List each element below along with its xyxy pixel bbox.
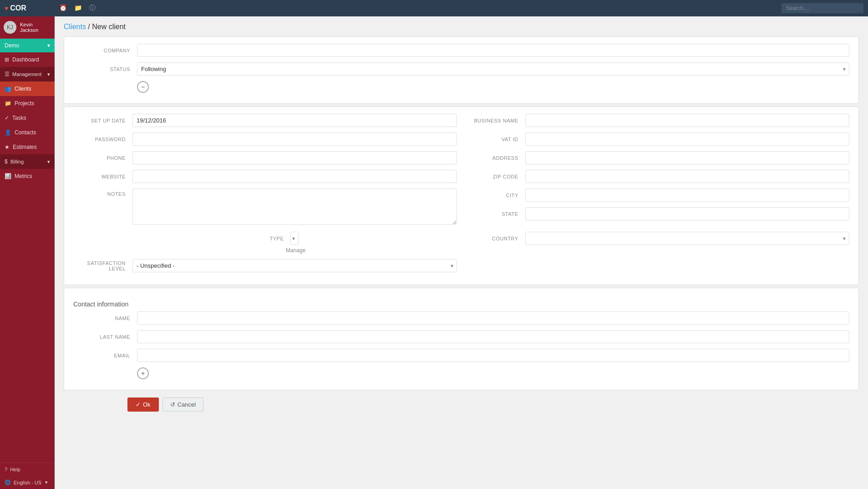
- sidebar-item-management[interactable]: ☰ Management ▾: [0, 67, 55, 82]
- sidebar: KJ Kevin Jackson Demo ▾ ⊞ Dashboard ☰ Ma…: [0, 16, 55, 489]
- name-input[interactable]: [137, 311, 849, 325]
- sidebar-item-projects[interactable]: 📁 Projects: [0, 96, 55, 111]
- state-input[interactable]: [525, 207, 850, 220]
- phone-input[interactable]: [132, 151, 457, 164]
- metrics-icon: 📊: [5, 173, 11, 179]
- sidebar-item-label: Contacts: [15, 129, 36, 136]
- cancel-button[interactable]: ↺ Cancel: [162, 397, 203, 412]
- folder-icon[interactable]: 📁: [74, 4, 82, 12]
- setup-date-label: SET UP DATE: [73, 118, 132, 123]
- help-icon: ?: [5, 467, 7, 472]
- setup-date-input[interactable]: [132, 114, 457, 127]
- sidebar-item-label: Projects: [15, 100, 34, 107]
- breadcrumb-separator: /: [88, 23, 92, 31]
- sidebar-footer-language[interactable]: 🌐 English - US ▾: [0, 476, 55, 489]
- sidebar-footer-help[interactable]: ? Help: [0, 463, 55, 476]
- website-label: WEBSITE: [73, 174, 132, 179]
- status-row: STATUS Following Active Inactive: [73, 62, 849, 76]
- zip-code-input[interactable]: [525, 170, 850, 183]
- search-container: [782, 3, 863, 13]
- clients-icon: 👥: [5, 86, 11, 92]
- vat-id-input[interactable]: [525, 132, 850, 146]
- management-chevron-icon: ▾: [47, 71, 50, 77]
- main-layout: KJ Kevin Jackson Demo ▾ ⊞ Dashboard ☰ Ma…: [0, 16, 868, 489]
- contact-section-title: Contact information: [73, 295, 849, 311]
- business-name-label: BUSINESS NAME: [466, 118, 525, 123]
- status-label: STATUS: [73, 66, 137, 72]
- breadcrumb-current: New client: [92, 23, 126, 31]
- setup-business-row: SET UP DATE BUSINESS NAME: [73, 114, 849, 127]
- sidebar-item-label: Tasks: [12, 115, 26, 121]
- sidebar-item-contacts[interactable]: 👤 Contacts: [0, 125, 55, 140]
- language-chevron-icon: ▾: [45, 479, 48, 485]
- sidebar-item-metrics[interactable]: 📊 Metrics: [0, 169, 55, 183]
- breadcrumb-parent[interactable]: Clients: [64, 23, 86, 31]
- name-label: NAME: [73, 316, 137, 321]
- country-select[interactable]: [525, 232, 850, 245]
- top-nav: ♥ COR ⏰ 📁 ⓘ: [0, 0, 868, 16]
- notes-label: NOTES: [73, 188, 132, 197]
- form-container: COMPANY STATUS Following Active Inactive: [55, 36, 868, 430]
- email-input[interactable]: [137, 349, 849, 362]
- satisfaction-select[interactable]: - Unspecified - Very satisfied Satisfied…: [132, 259, 457, 272]
- logo-text: COR: [10, 4, 26, 12]
- sidebar-item-label: Estimates: [13, 144, 37, 150]
- demo-label: Demo: [5, 42, 19, 49]
- company-input[interactable]: [137, 44, 849, 57]
- password-input[interactable]: [132, 132, 457, 146]
- help-circle-icon[interactable]: ⓘ: [89, 4, 96, 12]
- notes-city-row: NOTES CITY STATE: [73, 188, 849, 226]
- password-vat-row: PASSWORD VAT ID: [73, 132, 849, 146]
- sidebar-footer: ? Help 🌐 English - US ▾: [0, 463, 55, 489]
- sidebar-item-label: Management: [12, 71, 41, 77]
- status-select[interactable]: Following Active Inactive: [137, 62, 849, 76]
- sidebar-item-billing[interactable]: $ Billing ▾: [0, 154, 55, 169]
- sidebar-item-label: Clients: [15, 86, 31, 92]
- last-name-input[interactable]: [137, 330, 849, 343]
- estimates-icon: ★: [5, 144, 10, 150]
- help-label: Help: [10, 467, 20, 472]
- remove-contact-btn[interactable]: −: [137, 81, 149, 93]
- clock-icon[interactable]: ⏰: [59, 4, 67, 12]
- last-name-row: LAST NAME: [73, 330, 849, 343]
- last-name-label: LAST NAME: [73, 334, 137, 340]
- company-label: COMPANY: [73, 48, 137, 53]
- ok-button[interactable]: ✓ Ok: [127, 397, 159, 412]
- address-input[interactable]: [525, 151, 850, 164]
- website-zip-row: WEBSITE ZIP CODE: [73, 170, 849, 183]
- type-select[interactable]: [290, 232, 299, 245]
- add-contact-btn[interactable]: +: [137, 367, 149, 379]
- website-input[interactable]: [132, 170, 457, 183]
- sidebar-username: Kevin Jackson: [20, 22, 51, 33]
- ok-label: Ok: [143, 401, 151, 408]
- name-row: NAME: [73, 311, 849, 325]
- sidebar-demo[interactable]: Demo ▾: [0, 39, 55, 52]
- breadcrumb: Clients / New client: [55, 16, 868, 36]
- dashboard-icon: ⊞: [5, 56, 9, 63]
- city-input[interactable]: [525, 188, 850, 202]
- action-buttons: ✓ Ok ↺ Cancel: [127, 393, 859, 416]
- demo-chevron-icon: ▾: [47, 42, 50, 49]
- content-area: Clients / New client COMPANY STATUS: [55, 16, 868, 489]
- sidebar-item-label: Metrics: [15, 173, 32, 179]
- avatar-initial: KJ: [7, 24, 13, 31]
- company-row: COMPANY: [73, 44, 849, 57]
- sidebar-item-label: Dashboard: [12, 56, 39, 63]
- sidebar-item-estimates[interactable]: ★ Estimates: [0, 140, 55, 154]
- email-row: EMAIL: [73, 349, 849, 362]
- search-input[interactable]: [782, 3, 863, 13]
- cancel-label: Cancel: [178, 401, 196, 408]
- sidebar-item-dashboard[interactable]: ⊞ Dashboard: [0, 52, 55, 67]
- password-label: PASSWORD: [73, 137, 132, 142]
- billing-chevron-icon: ▾: [47, 159, 50, 165]
- manage-link[interactable]: Manage: [286, 247, 305, 254]
- business-name-input[interactable]: [525, 114, 850, 127]
- language-icon: 🌐: [5, 479, 11, 485]
- state-label: STATE: [466, 211, 525, 217]
- avatar: KJ: [4, 21, 16, 34]
- sidebar-item-clients[interactable]: 👥 Clients: [0, 82, 55, 96]
- sidebar-item-tasks[interactable]: ✓ Tasks: [0, 111, 55, 125]
- notes-textarea[interactable]: [132, 188, 457, 225]
- city-label: CITY: [466, 193, 525, 198]
- logo-heart-icon: ♥: [5, 5, 8, 12]
